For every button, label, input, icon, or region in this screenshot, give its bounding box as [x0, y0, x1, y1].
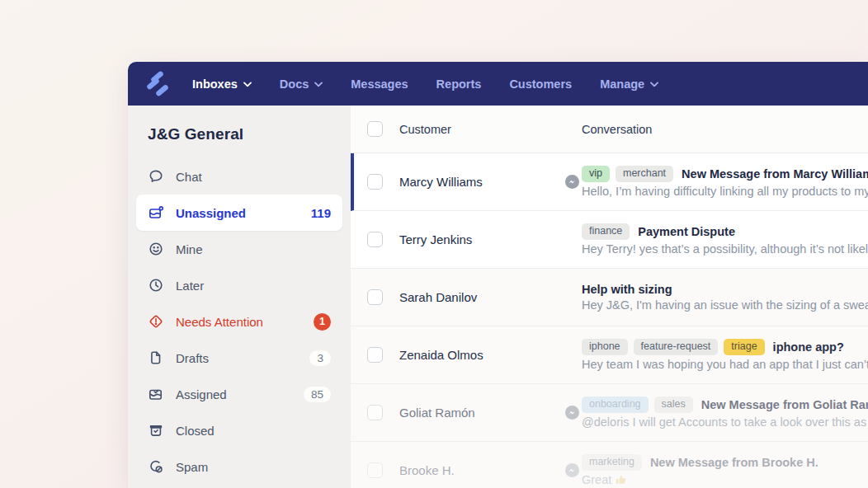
app-logo-icon[interactable] [143, 70, 171, 98]
nav-item-reports[interactable]: Reports [436, 77, 482, 91]
tag: sales [654, 396, 693, 414]
conversation-subject: New Message from Brooke H. [650, 456, 818, 469]
tag: merchant [616, 166, 673, 183]
tag: onboarding [582, 396, 649, 414]
nav-item-label: Docs [280, 77, 309, 91]
tag: triage [724, 339, 764, 356]
drafts-count: 3 [309, 350, 331, 366]
inbox-person-icon [148, 204, 164, 221]
conversation-row[interactable]: Zenaida Olmos iphone feature-request tri… [351, 326, 868, 384]
sidebar-item-label: Closed [176, 424, 331, 438]
app-window: Inboxes Docs Messages Reports Customers [128, 62, 868, 488]
sidebar-item-unassigned[interactable]: Unassigned 119 [136, 195, 342, 231]
select-all-checkbox[interactable] [367, 121, 383, 137]
conversation-preview: Hey team I was hoping you had an app tha… [582, 358, 868, 371]
conversation-row[interactable]: Brooke H. marketing New Message from Bro… [351, 442, 868, 488]
customer-name: Zenaida Olmos [399, 348, 546, 362]
sidebar-item-mine[interactable]: Mine [136, 231, 342, 267]
sidebar-item-drafts[interactable]: Drafts 3 [136, 340, 342, 376]
messenger-icon [565, 406, 579, 420]
inbox-sidebar: J&G General Chat Unassigned 119 [128, 106, 351, 488]
nav-item-label: Reports [436, 77, 482, 91]
conversation-subject: New Message from Marcy Williams [682, 167, 868, 181]
tag: iphone [582, 339, 628, 356]
tag: marketing [582, 454, 642, 472]
nav-menu: Inboxes Docs Messages Reports Customers [192, 77, 658, 91]
conversation-row[interactable]: Marcy Williams vip merchant New Message … [351, 153, 868, 211]
thumbs-up-emoji-icon [615, 473, 627, 486]
conversation-row[interactable]: Terry Jenkins finance Payment Dispute He… [351, 211, 868, 269]
inbox-title: J&G General [148, 125, 351, 143]
customer-name: Brooke H. [399, 463, 546, 477]
nav-item-manage[interactable]: Manage [600, 77, 658, 91]
sidebar-item-needs-attention[interactable]: Needs Attention 1 [136, 303, 342, 340]
block-icon [148, 458, 164, 475]
page-canvas: Inboxes Docs Messages Reports Customers [0, 0, 868, 488]
customer-name: Marcy Williams [399, 175, 546, 189]
conversation-preview: Hey Terry! yes that’s a possibility, alt… [582, 242, 868, 256]
sidebar-item-label: Chat [176, 170, 331, 184]
tag: finance [582, 223, 630, 241]
sidebar-item-assigned[interactable]: Assigned 85 [136, 376, 342, 412]
row-checkbox[interactable] [367, 405, 383, 420]
nav-item-label: Inboxes [192, 77, 238, 91]
sidebar-item-chat[interactable]: Chat [136, 158, 342, 195]
row-checkbox[interactable] [367, 347, 383, 363]
sidebar-item-spam[interactable]: Spam [136, 448, 342, 485]
sidebar-item-label: Needs Attention [176, 315, 302, 329]
chat-bubble-icon [148, 168, 164, 185]
nav-item-customers[interactable]: Customers [509, 77, 572, 91]
nav-item-label: Customers [509, 77, 572, 91]
conversation-row[interactable]: Sarah Danilov Help with sizing Hey J&G, … [351, 269, 868, 326]
row-checkbox[interactable] [367, 174, 383, 190]
top-navbar: Inboxes Docs Messages Reports Customers [128, 62, 868, 106]
list-header: Customer Conversation [351, 106, 868, 153]
nav-item-messages[interactable]: Messages [351, 77, 408, 91]
smiley-icon [148, 241, 164, 257]
customer-name: Terry Jenkins [399, 232, 546, 246]
sidebar-item-label: Spam [176, 460, 331, 474]
chevron-down-icon [650, 82, 658, 87]
assigned-count: 85 [304, 387, 331, 402]
sidebar-item-label: Unassigned [176, 206, 300, 220]
conversation-subject: iphone app? [773, 340, 844, 354]
customer-name: Goliat Ramón [399, 406, 546, 420]
messenger-icon [565, 463, 579, 477]
row-checkbox[interactable] [367, 289, 383, 305]
chevron-down-icon [243, 82, 252, 87]
sidebar-list: Chat Unassigned 119 Mine [128, 158, 351, 485]
customer-name: Sarah Danilov [399, 290, 546, 304]
chevron-down-icon [314, 82, 323, 87]
conversation-preview: @deloris I will get Accounts to take a l… [582, 415, 868, 429]
column-header-customer: Customer [399, 123, 546, 136]
tag: vip [582, 166, 610, 183]
unassigned-count: 119 [311, 206, 331, 220]
conversation-list-pane: Customer Conversation Marcy Williams [351, 106, 868, 488]
column-header-conversation: Conversation [582, 123, 868, 136]
sidebar-item-label: Later [176, 279, 331, 293]
nav-item-label: Messages [351, 77, 408, 91]
conversation-subject: Payment Dispute [638, 225, 735, 238]
nav-item-docs[interactable]: Docs [280, 77, 323, 91]
conversation-subject: Help with sizing [582, 283, 672, 296]
alert-diamond-icon [148, 313, 164, 330]
conversation-preview: Great [582, 473, 611, 486]
sidebar-item-label: Drafts [176, 351, 298, 365]
row-checkbox[interactable] [367, 462, 383, 478]
nav-item-inboxes[interactable]: Inboxes [192, 77, 252, 91]
row-checkbox[interactable] [367, 232, 383, 247]
sidebar-item-label: Assigned [176, 387, 292, 401]
sidebar-item-label: Mine [176, 242, 331, 256]
needs-attention-badge: 1 [314, 313, 331, 331]
conversation-preview: Hello, I’m having difficulty linking all… [582, 185, 868, 198]
tag: feature-request [634, 339, 719, 356]
sidebar-item-closed[interactable]: Closed [136, 412, 342, 448]
nav-item-label: Manage [600, 77, 644, 91]
conversation-subject: New Message from Goliat Ramón [701, 398, 868, 411]
draft-file-icon [148, 350, 164, 366]
inbox-check-icon [148, 386, 164, 402]
conversation-preview: Hey J&G, I'm having an issue with the si… [582, 298, 868, 312]
conversation-row[interactable]: Goliat Ramón onboarding sales New Messag… [351, 384, 868, 442]
bin-check-icon [148, 422, 164, 439]
sidebar-item-later[interactable]: Later [136, 267, 342, 303]
